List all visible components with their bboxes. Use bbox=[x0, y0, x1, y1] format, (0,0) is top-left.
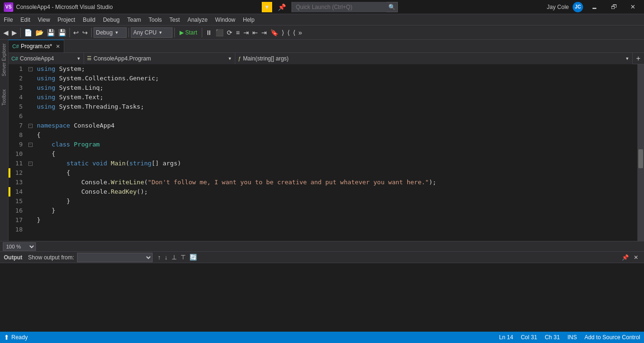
back-button[interactable]: ◀ bbox=[2, 27, 10, 38]
menu-item-debug[interactable]: Debug bbox=[99, 14, 123, 26]
code-gutter[interactable] bbox=[26, 215, 35, 225]
output-source-dropdown[interactable] bbox=[77, 253, 153, 262]
code-gutter[interactable]: − bbox=[26, 159, 35, 168]
step-over-button[interactable]: ⏸ bbox=[204, 27, 214, 38]
toolbar-btn-5[interactable]: ⇥ bbox=[242, 27, 250, 38]
server-explorer-tab[interactable]: Server Explorer bbox=[1, 42, 7, 78]
project-nav-dropdown[interactable]: C# ConsoleApp4 ▼ bbox=[9, 53, 84, 64]
tab-program-close[interactable]: ✕ bbox=[56, 43, 60, 50]
line-number: 16 bbox=[10, 206, 26, 215]
toolbar-btn-4[interactable]: ≡ bbox=[234, 27, 241, 38]
output-btn-3[interactable]: ⊥ bbox=[170, 253, 178, 261]
output-btn-1[interactable]: ↑ bbox=[156, 253, 163, 261]
menu-item-tools[interactable]: Tools bbox=[145, 14, 166, 26]
menu-item-help[interactable]: Help bbox=[239, 14, 258, 26]
toolbar-btn-3[interactable]: ⟳ bbox=[225, 27, 234, 38]
output-close-button[interactable]: ✕ bbox=[632, 253, 640, 262]
scroll-thumb[interactable] bbox=[638, 149, 643, 168]
filter-icon[interactable]: ▼ bbox=[262, 2, 272, 12]
menu-item-build[interactable]: Build bbox=[79, 14, 99, 26]
line-number: 6 bbox=[10, 111, 26, 121]
code-gutter[interactable] bbox=[26, 197, 35, 206]
code-lines-area[interactable]: 1−using System;2using System.Collections… bbox=[9, 64, 637, 241]
output-btn-4[interactable]: ⊤ bbox=[179, 253, 187, 261]
menu-item-test[interactable]: Test bbox=[166, 14, 184, 26]
add-watch-button[interactable]: + bbox=[633, 54, 644, 63]
code-gutter[interactable] bbox=[26, 102, 35, 111]
code-gutter[interactable] bbox=[26, 111, 35, 121]
code-source bbox=[35, 225, 637, 234]
output-btn-2[interactable]: ↓ bbox=[163, 253, 169, 261]
code-gutter[interactable] bbox=[26, 225, 35, 234]
code-gutter[interactable] bbox=[26, 130, 35, 140]
zoom-select[interactable]: 100 % bbox=[3, 242, 36, 251]
code-gutter[interactable] bbox=[26, 74, 35, 83]
method-nav-dropdown[interactable]: ƒ Main(string[] args) ▼ bbox=[235, 53, 633, 64]
toolbar-btn-6[interactable]: ⇤ bbox=[251, 27, 259, 38]
menu-item-analyze[interactable]: Analyze bbox=[184, 14, 212, 26]
menu-item-edit[interactable]: Edit bbox=[17, 14, 34, 26]
toolbar-btn-9[interactable]: ⟩ bbox=[280, 27, 285, 38]
vertical-scrollbar[interactable] bbox=[637, 64, 644, 241]
debug-config-dropdown[interactable]: Debug ▼ bbox=[94, 27, 127, 38]
output-panel: Output Show output from: ↑ ↓ ⊥ ⊤ 🔄 📌 ✕ bbox=[0, 251, 644, 332]
open-button[interactable]: 📂 bbox=[34, 27, 45, 38]
line-number: 8 bbox=[10, 130, 26, 140]
menu-item-file[interactable]: File bbox=[0, 14, 17, 26]
output-header: Output Show output from: ↑ ↓ ⊥ ⊤ 🔄 📌 ✕ bbox=[0, 252, 644, 263]
code-gutter[interactable] bbox=[26, 187, 35, 197]
toolbar: ◀ ▶ 📄 📂 💾 💾 ↩ ↪ Debug ▼ Any CPU ▼ ▶ Star… bbox=[0, 26, 644, 40]
code-gutter[interactable] bbox=[26, 168, 35, 178]
pin-icon[interactable]: 📌 bbox=[278, 3, 286, 11]
line-number: 7 bbox=[10, 121, 26, 130]
toolbar-btn-7[interactable]: ⇥ bbox=[260, 27, 268, 38]
code-gutter[interactable]: − bbox=[26, 140, 35, 149]
code-gutter[interactable] bbox=[26, 149, 35, 159]
tab-program-cs[interactable]: C# Program.cs* ✕ bbox=[9, 40, 64, 52]
status-source-control[interactable]: Add to Source Control bbox=[584, 334, 640, 341]
start-button[interactable]: ▶ Start bbox=[177, 27, 200, 38]
save-all-button[interactable]: 💾 bbox=[57, 27, 68, 38]
toolbar-overflow[interactable]: » bbox=[297, 27, 304, 38]
platform-dropdown[interactable]: Any CPU ▼ bbox=[131, 27, 172, 38]
restore-button[interactable]: 🗗 bbox=[606, 1, 622, 12]
output-title: Output bbox=[4, 254, 22, 261]
method-nav-icon: ƒ bbox=[238, 56, 241, 61]
menu-item-window[interactable]: Window bbox=[211, 14, 239, 26]
editor-and-output: Server Explorer Toolbox C# Program.cs* ✕ bbox=[0, 40, 644, 343]
class-nav-dropdown[interactable]: ☰ ConsoleApp4.Program ▼ bbox=[84, 53, 235, 64]
redo-button[interactable]: ↪ bbox=[81, 27, 89, 38]
code-gutter[interactable]: − bbox=[26, 64, 35, 74]
code-source: { bbox=[35, 130, 637, 140]
toolbar-btn-11[interactable]: ⟨ bbox=[292, 27, 297, 38]
code-gutter[interactable] bbox=[26, 178, 35, 187]
undo-button[interactable]: ↩ bbox=[72, 27, 80, 38]
close-button[interactable]: ✕ bbox=[626, 1, 640, 12]
code-gutter[interactable]: − bbox=[26, 121, 35, 130]
status-ready: ⬆ Ready bbox=[4, 334, 28, 341]
code-row: 1−using System; bbox=[9, 64, 637, 74]
code-source: { bbox=[35, 168, 637, 178]
menu-item-view[interactable]: View bbox=[34, 14, 54, 26]
code-row: 17} bbox=[9, 215, 637, 225]
minimize-button[interactable]: 🗕 bbox=[587, 1, 602, 12]
code-row: 14 Console.ReadKey(); bbox=[9, 187, 637, 197]
output-pin-button[interactable]: 📌 bbox=[620, 253, 631, 262]
toolbox-tab[interactable]: Toolbox bbox=[1, 87, 7, 107]
toolbar-btn-2[interactable]: ⬛ bbox=[214, 27, 225, 38]
code-gutter[interactable] bbox=[26, 83, 35, 93]
menu-item-team[interactable]: Team bbox=[123, 14, 145, 26]
forward-button[interactable]: ▶ bbox=[10, 27, 18, 38]
new-project-button[interactable]: 📄 bbox=[23, 27, 34, 38]
code-gutter[interactable] bbox=[26, 206, 35, 215]
bookmark-button[interactable]: 🔖 bbox=[269, 27, 280, 38]
output-btn-5[interactable]: 🔄 bbox=[188, 253, 198, 261]
quick-launch-input[interactable] bbox=[292, 2, 386, 12]
toolbar-btn-10[interactable]: ⟨ bbox=[286, 27, 291, 38]
save-button[interactable]: 💾 bbox=[45, 27, 56, 38]
code-gutter[interactable] bbox=[26, 93, 35, 102]
code-editor: 1−using System;2using System.Collections… bbox=[9, 64, 644, 241]
tab-program-icon: C# bbox=[12, 43, 19, 49]
menu-item-project[interactable]: Project bbox=[54, 14, 79, 26]
line-number: 5 bbox=[10, 102, 26, 111]
